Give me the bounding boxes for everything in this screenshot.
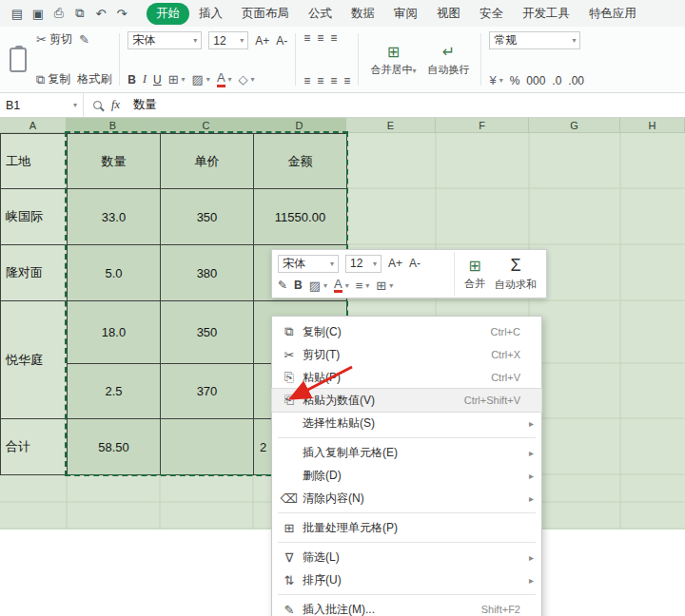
name-box[interactable]: B1▾ — [0, 93, 84, 117]
fill-color-button[interactable]: ▨▾ — [192, 72, 210, 87]
tab-1[interactable]: 插入 — [189, 3, 232, 25]
justify-icon[interactable]: ≡ — [343, 74, 350, 87]
menu-item-11[interactable]: ✎插入批注(M)...Shift+F2 — [272, 598, 541, 616]
file-menu-icon[interactable]: ▤ — [8, 7, 27, 21]
mini-merge-button[interactable]: ⊞ 合并 — [460, 257, 489, 291]
menu-item-6[interactable]: 删除(D)▸ — [272, 464, 541, 487]
align-middle-icon[interactable]: ≡ — [317, 31, 323, 45]
menu-item-9[interactable]: ∇筛选(L)▸ — [272, 546, 541, 568]
insert-function-button[interactable]: fx — [111, 98, 120, 112]
currency-format-icon[interactable]: ¥▾ — [489, 73, 502, 87]
font-family-select[interactable]: 宋体▾ — [127, 31, 202, 49]
cell-C6[interactable] — [161, 419, 254, 475]
formula-input[interactable]: 数量 — [133, 97, 157, 113]
tab-5[interactable]: 审阅 — [384, 3, 427, 25]
cell-shading-button[interactable]: ◇▾ — [239, 72, 255, 87]
search-icon[interactable] — [93, 101, 102, 109]
copy-button[interactable]: ⧉ 复制 — [36, 71, 70, 87]
cell-B3[interactable]: 5.0 — [68, 245, 161, 301]
font-size-select[interactable]: 12▾ — [208, 31, 248, 49]
mini-decrease-font-icon[interactable]: A- — [409, 257, 421, 270]
align-center-icon[interactable]: ≡ — [317, 74, 323, 87]
mini-align-button[interactable]: ≡▾ — [356, 279, 370, 293]
col-header-F[interactable]: F — [436, 118, 529, 133]
cell-B6[interactable]: 58.50 — [68, 419, 161, 475]
align-left-icon[interactable]: ≡ — [303, 74, 310, 87]
tab-6[interactable]: 视图 — [427, 3, 470, 25]
mini-autosum-button[interactable]: Σ 自动求和 — [491, 256, 540, 292]
merge-center-button[interactable]: ⊞ 合并居中▾ — [366, 31, 420, 87]
thousands-format-icon[interactable]: 000 — [526, 74, 545, 87]
mini-font-color-button[interactable]: A▾ — [334, 278, 349, 294]
italic-button[interactable]: I — [143, 72, 147, 87]
mini-increase-font-icon[interactable]: A+ — [388, 257, 402, 270]
cell-A3[interactable]: 隆对面 — [1, 245, 68, 301]
save-icon[interactable]: ▣ — [29, 7, 48, 21]
col-header-B[interactable]: B — [67, 118, 160, 133]
tab-0[interactable]: 开始 — [147, 3, 189, 25]
menu-item-10[interactable]: ⇅排序(U)▸ — [272, 568, 541, 591]
undo-icon[interactable]: ↶ — [91, 7, 110, 21]
tab-8[interactable]: 开发工具 — [513, 3, 579, 25]
paste-button[interactable] — [6, 41, 30, 79]
number-format-select[interactable]: 常规▾ — [489, 31, 580, 49]
borders-button[interactable]: ⊞▾ — [168, 72, 186, 87]
print-preview-icon[interactable]: ⧉ — [70, 6, 89, 21]
cell-C3[interactable]: 380 — [161, 245, 254, 301]
col-header-H[interactable]: H — [620, 118, 685, 133]
mini-borders-button[interactable]: ⊞▾ — [376, 279, 393, 293]
cell-C2[interactable]: 350 — [161, 189, 254, 245]
cell-D1[interactable]: 金额 — [254, 134, 347, 189]
print-icon[interactable]: ⎙ — [49, 6, 68, 21]
tab-9[interactable]: 特色应用 — [579, 3, 646, 25]
menu-item-1[interactable]: ✂剪切(T)Ctrl+X — [272, 343, 541, 366]
cell-A2[interactable]: 峡国际 — [1, 189, 68, 245]
cell-B5[interactable]: 2.5 — [68, 364, 161, 419]
tab-3[interactable]: 公式 — [299, 3, 342, 25]
font-color-button[interactable]: A▾ — [217, 71, 232, 87]
cut-button[interactable]: ✂ 剪切 — [36, 31, 72, 48]
bold-button[interactable]: B — [127, 73, 136, 87]
align-right-icon[interactable]: ≡ — [330, 74, 337, 87]
cell-A4-A5-merged[interactable]: 悦华庭 — [1, 301, 68, 419]
mini-font-size-select[interactable]: 12▾ — [345, 255, 382, 273]
col-header-E[interactable]: E — [346, 118, 436, 133]
menu-item-3[interactable]: ⎗粘贴为数值(V)Ctrl+Shift+V — [272, 389, 541, 412]
col-header-G[interactable]: G — [529, 118, 620, 133]
cell-A6[interactable]: 合计 — [1, 419, 68, 475]
cell-B1[interactable]: 数量 — [68, 134, 161, 189]
cell-C4[interactable]: 350 — [161, 301, 254, 364]
align-bottom-icon[interactable]: ≡ — [330, 31, 337, 45]
cell-D2[interactable]: 11550.00 — [254, 189, 347, 245]
wrap-text-button[interactable]: ↵ 自动换行 — [423, 31, 473, 87]
mini-font-family-select[interactable]: 宋体▾ — [278, 255, 339, 273]
increase-font-icon[interactable]: A+ — [255, 34, 269, 48]
decrease-decimal-icon[interactable]: .00 — [568, 74, 584, 87]
decrease-font-icon[interactable]: A- — [276, 34, 287, 48]
increase-decimal-icon[interactable]: .0 — [552, 74, 561, 87]
mini-format-painter-icon[interactable]: ✎ — [278, 279, 287, 292]
align-top-icon[interactable]: ≡ — [303, 31, 310, 45]
cell-A1[interactable]: 工地 — [1, 134, 68, 189]
tab-7[interactable]: 安全 — [470, 3, 513, 25]
menu-item-2[interactable]: ⎘粘贴(P)Ctrl+V — [272, 366, 541, 389]
menu-item-4[interactable]: 选择性粘贴(S)▸ — [272, 412, 541, 434]
cell-C1[interactable]: 单价 — [161, 134, 254, 189]
format-painter-icon-button[interactable]: ✎ — [79, 32, 89, 47]
col-header-A[interactable]: A — [0, 118, 67, 133]
tab-4[interactable]: 数据 — [342, 3, 384, 25]
format-painter-button[interactable]: 格式刷 — [77, 71, 111, 87]
mini-bold-button[interactable]: B — [294, 279, 303, 292]
menu-item-7[interactable]: ⌫清除内容(N)▸ — [272, 487, 541, 510]
mini-fill-color-button[interactable]: ▨▾ — [309, 279, 327, 293]
col-header-D[interactable]: D — [253, 118, 346, 133]
redo-icon[interactable]: ↷ — [112, 7, 131, 21]
cell-C5[interactable]: 370 — [161, 364, 254, 419]
cell-B2[interactable]: 33.0 — [68, 189, 161, 245]
tab-2[interactable]: 页面布局 — [232, 3, 299, 25]
col-header-C[interactable]: C — [160, 118, 253, 133]
underline-button[interactable]: U — [153, 73, 162, 87]
cell-B4[interactable]: 18.0 — [68, 301, 161, 364]
menu-item-8[interactable]: ⊞批量处理单元格(P) — [272, 516, 541, 539]
menu-item-0[interactable]: ⧉复制(C)Ctrl+C — [272, 320, 541, 343]
